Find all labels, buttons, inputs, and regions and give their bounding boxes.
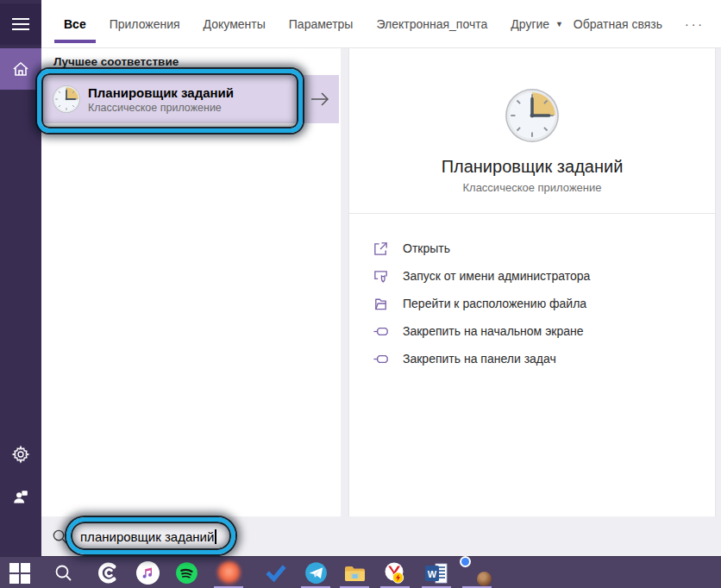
action-label: Закрепить на начальном экране: [403, 324, 584, 338]
tab-settings[interactable]: Параметры: [289, 0, 354, 47]
text-cursor: [215, 529, 216, 544]
tab-more-label: Другие: [511, 17, 549, 31]
tab-documents-label: Документы: [204, 17, 266, 31]
preview-title: Планировщик заданий: [349, 157, 715, 177]
search-icon: [52, 529, 68, 545]
windows-logo-icon: [9, 563, 30, 584]
search-input[interactable]: планировщик заданий: [80, 529, 216, 544]
search-filter-bar: Все Приложения Документы Параметры Элект…: [41, 0, 721, 48]
task-scheduler-clock-icon: [504, 87, 561, 144]
tab-all[interactable]: Все: [64, 0, 86, 47]
blue-check-icon: [265, 562, 287, 585]
start-menu-rail: [0, 0, 41, 556]
action-open[interactable]: Открыть: [349, 235, 715, 262]
admin-shield-icon: [373, 268, 389, 285]
preview-panel: Планировщик заданий Классическое приложе…: [349, 48, 715, 516]
taskbar-yandex-browser[interactable]: [378, 557, 412, 588]
user-account-icon: [11, 488, 30, 507]
taskbar-spotify[interactable]: [169, 557, 204, 588]
pin-icon: [373, 351, 389, 367]
svg-text:W: W: [428, 568, 437, 579]
yandex-lightning-icon: [383, 561, 407, 585]
arrow-right-icon[interactable]: [310, 91, 330, 107]
chevron-down-icon: ▼: [555, 20, 563, 28]
taskbar-spiral-app[interactable]: [91, 557, 126, 588]
profile-avatar: [477, 572, 492, 586]
action-pin-to-taskbar[interactable]: Закрепить на панели задач: [349, 345, 715, 372]
best-match-result[interactable]: Планировщик заданий Классическое приложе…: [41, 75, 339, 123]
tab-documents[interactable]: Документы: [204, 0, 266, 47]
tab-apps-label: Приложения: [110, 17, 180, 31]
tab-all-label: Все: [64, 17, 86, 31]
taskbar-blurred-app[interactable]: [211, 557, 246, 588]
taskbar-todo-app[interactable]: [259, 557, 293, 588]
taskbar-word[interactable]: W: [419, 557, 454, 588]
taskbar-search-button[interactable]: [47, 557, 81, 588]
telegram-icon: [304, 561, 328, 585]
taskbar-itunes[interactable]: [130, 557, 165, 588]
gear-icon: [11, 445, 30, 464]
best-match-title: Планировщик заданий: [88, 84, 234, 101]
more-options-icon[interactable]: ···: [685, 20, 705, 28]
open-window-icon: [373, 241, 389, 257]
search-input-value: планировщик заданий: [80, 529, 214, 544]
spotify-icon: [175, 561, 198, 585]
action-open-file-location[interactable]: Перейти к расположению файла: [349, 290, 715, 317]
action-label: Открыть: [403, 241, 450, 255]
tab-email[interactable]: Электронная_почта: [376, 0, 487, 47]
music-note-icon: [136, 561, 160, 585]
context-actions: Открыть Запуск от имени администратора П…: [349, 214, 715, 372]
rail-account-button[interactable]: [0, 477, 41, 518]
start-button[interactable]: [3, 557, 37, 588]
tab-apps[interactable]: Приложения: [110, 0, 180, 47]
feedback-link[interactable]: Обратная связь: [574, 17, 662, 31]
pin-icon: [373, 323, 389, 340]
search-icon: [53, 563, 74, 584]
search-bar[interactable]: планировщик заданий: [41, 516, 721, 556]
tab-settings-label: Параметры: [289, 17, 354, 31]
tab-email-label: Электронная_почта: [376, 17, 487, 31]
action-run-as-admin[interactable]: Запуск от имени администратора: [349, 262, 715, 290]
rail-settings-button[interactable]: [0, 434, 41, 475]
hamburger-menu-icon: [12, 18, 29, 30]
file-location-icon: [373, 296, 389, 312]
hamburger-menu-button[interactable]: [0, 3, 41, 45]
tab-more-filters[interactable]: Другие ▼: [511, 0, 563, 47]
action-label: Перейти к расположению файла: [403, 297, 586, 310]
preview-subtitle: Классическое приложение: [349, 181, 715, 194]
results-panel: Лучшее соответствие Планировщик заданий …: [41, 48, 341, 516]
blurred-orange-icon: [217, 561, 241, 585]
action-label: Запуск от имени администратора: [403, 269, 590, 283]
action-pin-to-start[interactable]: Закрепить на начальном экране: [349, 317, 715, 345]
taskbar-telegram[interactable]: [298, 557, 333, 588]
taskbar-chrome-profile[interactable]: [460, 557, 494, 588]
word-icon: W: [423, 562, 449, 585]
best-match-heading: Лучшее соответствие: [41, 48, 341, 68]
rail-home-button[interactable]: [0, 48, 41, 90]
task-scheduler-clock-icon: [52, 84, 81, 114]
best-match-subtitle: Классическое приложение: [88, 101, 234, 115]
home-icon: [11, 59, 30, 78]
folder-icon: [343, 563, 367, 584]
taskbar: W: [0, 556, 721, 588]
spiral-c-icon: [97, 561, 121, 585]
taskbar-file-explorer[interactable]: [337, 557, 372, 588]
action-label: Закрепить на панели задач: [403, 352, 556, 366]
filter-tabs: Все Приложения Документы Параметры Элект…: [64, 0, 563, 47]
